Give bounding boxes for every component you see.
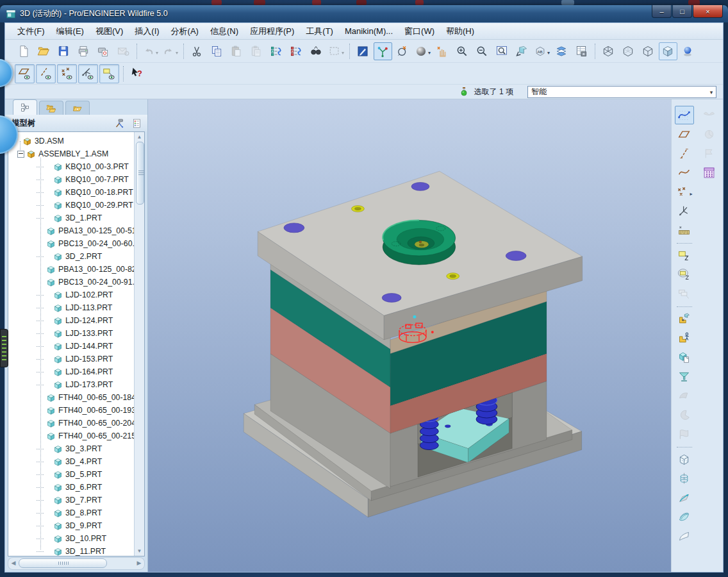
tree-item[interactable]: ASSEMBLY_1.ASM [8,147,134,160]
tree-item[interactable]: LJD-153.PRT [8,353,134,365]
separator[interactable] [677,306,692,307]
tree-item[interactable]: FTH40_00-65_00-193.P [8,404,134,417]
view-manager-button[interactable] [572,42,591,60]
menu-tools[interactable]: 工具(T) [300,24,339,39]
style-tool[interactable] [675,527,694,546]
revolve-tool[interactable] [675,469,694,488]
datum-plane-tool[interactable] [675,125,694,144]
coordinate-systems-toggle[interactable] [78,64,98,83]
tree-item[interactable]: LJD-133.PRT [8,327,134,340]
cut-button[interactable] [188,42,206,60]
coordinate-system-tool[interactable] [675,202,694,221]
tree-item[interactable]: LJD-144.PRT [8,340,134,353]
tab-model-tree[interactable] [13,99,37,115]
print-button[interactable] [74,42,93,60]
menu-file[interactable]: 文件(F) [12,24,51,39]
context-help-button[interactable] [128,64,147,83]
tree-item[interactable]: 3D_10.PRT [8,532,134,545]
tree-scroll-area[interactable]: 3D.ASM ASSEMBLY_1.ASM [8,133,134,556]
separator[interactable] [136,44,137,59]
enhanced-realism-button[interactable] [679,42,697,60]
new-file-button[interactable] [15,42,33,60]
tree-item[interactable]: LJD-102.PRT [8,288,134,301]
tree-item[interactable]: KBQ10_00-3.PRT [8,160,134,173]
display-filter-button[interactable] [354,42,372,60]
reorient-button[interactable] [513,42,531,60]
regenerate-manager-button[interactable] [287,42,306,60]
cut-component-button[interactable] [675,425,694,444]
orient-mode-button[interactable] [393,42,412,60]
title-bar[interactable]: 3D (活动的) - Pro/ENGINEER Wildfire 5.0 – □… [0,5,728,22]
separator[interactable] [123,66,124,81]
layers-button[interactable] [552,42,571,60]
trim-tool[interactable] [700,144,719,163]
tree-item[interactable]: FTH40_00-65_00-215.P [8,430,134,442]
tree-item[interactable]: 3D_3.PRT [8,442,134,455]
graphics-viewport[interactable] [148,99,671,572]
annotations-toggle[interactable] [99,64,119,83]
menu-applications[interactable]: 应用程序(P) [244,24,300,39]
close-button[interactable]: × [693,5,723,18]
tree-item[interactable]: 3D_1.PRT [8,212,134,224]
datum-planes-toggle[interactable] [15,64,35,83]
separator[interactable] [183,44,184,59]
tree-settings-button[interactable] [130,117,144,130]
merge-component-button[interactable] [675,406,694,424]
tree-item[interactable]: LJD-113.PRT [8,301,134,314]
tree-item[interactable]: KBQ10_00-18.PRT [8,186,134,199]
separator[interactable] [677,447,692,447]
pan-button[interactable] [433,42,452,60]
scroll-right-arrow-icon[interactable]: ▶ [135,559,143,567]
scroll-up-arrow-icon[interactable]: ▲ [136,133,143,140]
smart-filter-dropdown[interactable]: 智能 [527,86,716,98]
tree-item[interactable]: LJD-124.PRT [8,314,134,327]
redo-button[interactable] [161,42,179,60]
scrollbar-thumb[interactable] [19,558,107,568]
paste-special-button[interactable] [247,42,266,60]
save-button[interactable] [54,42,73,60]
extrude-tool[interactable] [675,450,694,469]
flexible-component-button[interactable] [675,387,694,405]
annotation-tool[interactable] [675,246,694,265]
datum-curve-tool[interactable] [675,163,694,182]
boundary-blend-tool[interactable] [675,508,694,526]
menu-window[interactable]: 窗口(W) [399,24,440,39]
expander-icon[interactable] [17,151,24,158]
maximize-button[interactable]: □ [672,5,692,18]
create-component-button[interactable] [675,348,694,367]
find-button[interactable] [307,42,326,60]
assemble-component-button[interactable] [675,310,694,328]
menu-edit[interactable]: 编辑(E) [51,24,90,39]
tree-item[interactable]: PBA13_00-125_00-51.P [8,224,134,237]
menu-help[interactable]: 帮助(H) [440,24,480,39]
zoom-out-button[interactable] [473,42,492,60]
menu-analysis[interactable]: 分析(A) [165,24,204,39]
menu-manikin[interactable]: Manikin(M)... [339,24,399,38]
scroll-left-arrow-icon[interactable]: ◀ [10,559,17,567]
scrollbar-thumb[interactable] [136,142,144,205]
separator[interactable] [595,44,595,59]
tree-item[interactable]: 3D_5.PRT [8,468,134,481]
separator[interactable] [677,243,692,244]
tree-item[interactable]: PBC13_00-24_00-91.PR [8,276,134,288]
datum-axes-toggle[interactable] [36,64,56,83]
tree-horizontal-scrollbar[interactable]: ◀ ▶ [8,557,145,570]
datum-graph-tool[interactable] [675,221,694,240]
saved-views-button[interactable] [533,42,551,60]
tab-favorites[interactable] [65,101,90,115]
datum-point-tool[interactable] [675,183,694,201]
mirror-tool[interactable] [700,106,719,124]
minimize-button[interactable]: – [652,5,672,18]
hidden-line-button[interactable] [619,42,638,60]
pattern-tool[interactable] [700,163,719,182]
tree-item[interactable]: 3D.ASM [8,135,134,147]
tree-item[interactable]: 3D_8.PRT [8,506,134,519]
tree-vertical-scrollbar[interactable]: ▲ ▼ [134,132,144,556]
mold-cavity-button[interactable] [675,367,694,386]
tree-item[interactable]: FTH40_00-65_00-204.P [8,417,134,430]
open-file-button[interactable] [35,42,53,60]
undo-button[interactable] [141,42,160,60]
scroll-down-arrow-icon[interactable]: ▼ [136,548,143,555]
menu-insert[interactable]: 插入(I) [129,24,165,39]
annotation-feature-tool[interactable] [675,265,694,284]
